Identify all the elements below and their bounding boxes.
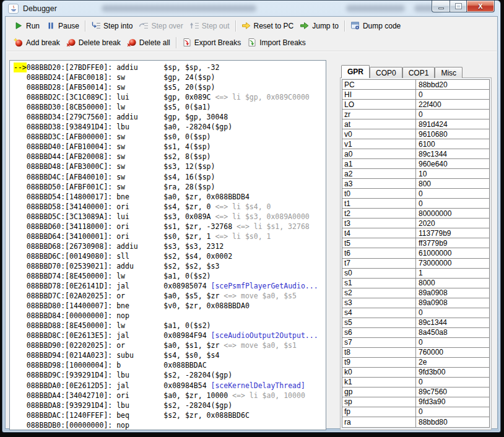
register-value[interactable]: 9fd3b00 [416, 368, 489, 377]
delete-break-button[interactable]: Delete break [63, 37, 124, 48]
register-value[interactable]: 80000000 [416, 209, 489, 218]
disasm-line[interactable]: 088BBD48:[AFB3000C]: sw$s3, 12($sp) [14, 162, 326, 171]
register-value[interactable]: 0 [416, 338, 489, 347]
register-value[interactable]: 9fd3a90 [416, 397, 489, 407]
reset-to-pc-button[interactable]: Reset to PC [238, 20, 297, 32]
disasm-line[interactable]: 088BBD9C:[939291D4]: lbu$s2, -28204($gp) [14, 370, 326, 380]
disasm-line[interactable]: 088BBDAC:[1240FFEF]: beq$s2, $zr, 0x088B… [14, 410, 326, 420]
register-value[interactable]: 0 [416, 90, 489, 99]
register-value[interactable]: 760000 [416, 348, 489, 357]
tab-cop1[interactable]: COP1 [402, 67, 435, 78]
instruction-operands: $v0, $zr, 0x088BBDA0 [163, 301, 249, 310]
maximize-button[interactable] [450, 1, 467, 12]
disasm-line[interactable]: 088BBD90:[02202025]: or$a0, $s1, $zr <=>… [14, 340, 326, 350]
register-value[interactable]: 2e [416, 358, 489, 367]
disasm-line[interactable]: -->088BBD20:[27BDFFE0]: addiu$sp, $sp, -… [14, 63, 326, 72]
disasm-line[interactable]: 088BBD54:[14800017]: bne$a0, $zr, 0x088B… [14, 192, 326, 202]
instruction-operands: $s2, $s2, $s3 [163, 262, 219, 270]
disasm-line[interactable]: 088BBD94:[0214A023]: subu$s4, $s0, $s4 [14, 350, 326, 360]
register-value[interactable]: 9610680 [416, 129, 489, 139]
disasm-line[interactable]: 088BBDA4:[34042710]: ori$a0, $zr, 10000 … [14, 391, 326, 400]
register-value[interactable]: 73000000 [416, 259, 489, 268]
register-value[interactable]: 0 [416, 378, 489, 387]
register-value[interactable]: 1 [416, 269, 489, 278]
disasm-line[interactable]: 088BBD34:[279C7560]: addiu$gp, $gp, 3004… [14, 112, 326, 122]
pause-button[interactable]: Pause [43, 20, 82, 32]
tab-misc[interactable]: Misc [435, 67, 463, 78]
register-value[interactable]: 22f400 [416, 100, 489, 109]
disasm-line[interactable]: 088BBDA0:[0E2612D5]: jal0x08984B54 [sceK… [14, 381, 326, 391]
disasm-line[interactable]: 088BBD88:[8E450000]: lw$a1, 0($s2) [14, 321, 326, 331]
delete-all-button[interactable]: Delete all [124, 37, 173, 48]
register-value[interactable]: 891d424 [416, 119, 489, 129]
register-value[interactable]: 0 [416, 308, 489, 318]
disassembly-panel[interactable]: -->088BBD20:[27BDFFE0]: addiu$sp, $sp, -… [9, 60, 326, 430]
instruction-operands: $s4, $zr, 0 [163, 202, 211, 211]
disasm-line[interactable]: 088BBD84:[00000000]: nop [14, 311, 326, 321]
minimize-button[interactable] [432, 1, 450, 12]
debugger-window: Debugger X RunPauseStep intoStep overSte… [2, 0, 501, 433]
disasm-line[interactable]: 088BBD40:[AFB10004]: sw$s1, 4($sp) [14, 142, 326, 152]
instruction-operands: $s2, $s4, 0x0002 [163, 252, 232, 261]
register-value[interactable]: 88bbd80 [416, 417, 489, 427]
disasm-line[interactable]: 088BBD50:[AFBF001C]: sw$ra, 28($sp) [14, 182, 326, 192]
register-value[interactable]: 89a0908 [416, 288, 489, 298]
dump-code-button[interactable]: Dump code [347, 20, 404, 32]
register-value[interactable]: 2020 [416, 218, 489, 228]
register-value[interactable]: 89c1344 [416, 318, 489, 327]
register-value[interactable]: 0 [416, 407, 489, 417]
register-value[interactable]: 89c7560 [416, 387, 489, 397]
register-value[interactable]: 0 [416, 189, 489, 198]
register-value[interactable]: 6100 [416, 139, 489, 149]
register-value[interactable]: ff3779b9 [416, 238, 489, 248]
disasm-line[interactable]: 088BBD74:[8E450000]: lw$a1, 0($s2) [14, 271, 326, 281]
register-value[interactable]: 0 [416, 110, 489, 119]
register-value[interactable]: 89a0908 [416, 298, 489, 308]
add-break-button[interactable]: Add break [11, 37, 63, 48]
register-value[interactable]: 800 [416, 179, 489, 188]
register-value[interactable]: 10 [416, 169, 489, 178]
tab-cop0[interactable]: COP0 [370, 67, 402, 78]
disasm-line[interactable]: 088BBD80:[14400007]: bne$v0, $zr, 0x088B… [14, 301, 326, 311]
import-breaks-button[interactable]: Import Breaks [244, 37, 309, 48]
disasm-line[interactable]: 088BBD8C:[0E2613E5]: jal0x08984F94 [sceA… [14, 331, 326, 340]
disasm-line[interactable]: 088BBD68:[26730908]: addiu$s3, $s3, 2312 [14, 241, 326, 251]
disasm-line[interactable]: 088BBD28:[AFB50014]: sw$s5, 20($sp) [14, 82, 326, 92]
disasm-line[interactable]: 088BBD24:[AFBC0018]: sw$gp, 24($sp) [14, 72, 326, 82]
disasm-line[interactable]: 088BBD5C:[3C13089A]: lui$s3, 0x089A <=> … [14, 212, 326, 222]
run-button[interactable]: Run [11, 20, 43, 32]
disasm-line[interactable]: 088BBD6C:[00149080]: sll$s2, $s4, 0x0002 [14, 251, 326, 261]
step-into-button[interactable]: Step into [88, 20, 136, 32]
tab-gpr[interactable]: GPR [341, 65, 370, 78]
disasm-line[interactable]: 088BBDA8:[939291D4]: lbu$s2, -28204($gp) [14, 400, 326, 410]
register-value[interactable]: 8000 [416, 279, 489, 288]
export-breaks-button[interactable]: Export Breaks [179, 37, 244, 48]
disasm-line[interactable]: 088BBDB0:[00000000]: nop [14, 420, 326, 430]
maximize-icon [456, 4, 461, 9]
register-value[interactable]: 89c1344 [416, 149, 489, 158]
disasm-line[interactable]: 088BBD64:[34100001]: ori$s0, $zr, 1 <=> … [14, 231, 326, 241]
close-button[interactable]: X [467, 1, 495, 12]
disasm-line[interactable]: 088BBD44:[AFB20008]: sw$s2, 8($sp) [14, 152, 326, 162]
disasm-line[interactable]: 088BBD70:[02539021]: addu$s2, $s2, $s3 [14, 261, 326, 271]
titlebar[interactable]: Debugger X [2, 1, 500, 16]
disasm-line[interactable]: 088BBD98:[10000004]: b0x088BBDAC [14, 360, 326, 370]
disasm-line[interactable]: 088BBD30:[8CB50000]: lw$s5, 0($a1) [14, 102, 326, 112]
disasm-line[interactable]: 088BBD60:[34118000]: ori$s1, $zr, -32768… [14, 222, 326, 231]
jump-to-button[interactable]: Jump to [297, 20, 342, 32]
register-value[interactable]: 0 [416, 199, 489, 208]
disasm-line[interactable]: 088BBD3C:[AFB00000]: sw$s0, 0($sp) [14, 132, 326, 142]
disasm-line[interactable]: 088BBD2C:[3C1C089C]: lui$gp, 0x089C <=> … [14, 92, 326, 102]
register-value[interactable]: 88bbd20 [416, 80, 489, 89]
disasm-line[interactable]: 088BBD4C:[AFB40010]: sw$s4, 16($sp) [14, 172, 326, 182]
disasm-line[interactable]: 088BBD7C:[02A02025]: or$a0, $s5, $zr <=>… [14, 291, 326, 301]
register-value[interactable]: 8a450a8 [416, 328, 489, 337]
register-row: v09610680 [342, 129, 489, 139]
register-value[interactable]: 61000000 [416, 248, 489, 257]
disasm-line[interactable]: 088BBD38:[938491D4]: lbu$a0, -28204($gp) [14, 122, 326, 132]
disasm-line[interactable]: 088BBD58:[34140000]: ori$s4, $zr, 0 <=> … [14, 202, 326, 212]
register-value[interactable]: 113779b9 [416, 228, 489, 238]
register-value[interactable]: 960e640 [416, 159, 489, 168]
disasm-line[interactable]: 088BBD78:[0E26141D]: jal0x08985074 [sceP… [14, 281, 326, 291]
aero-blur-smudge [102, 5, 256, 12]
